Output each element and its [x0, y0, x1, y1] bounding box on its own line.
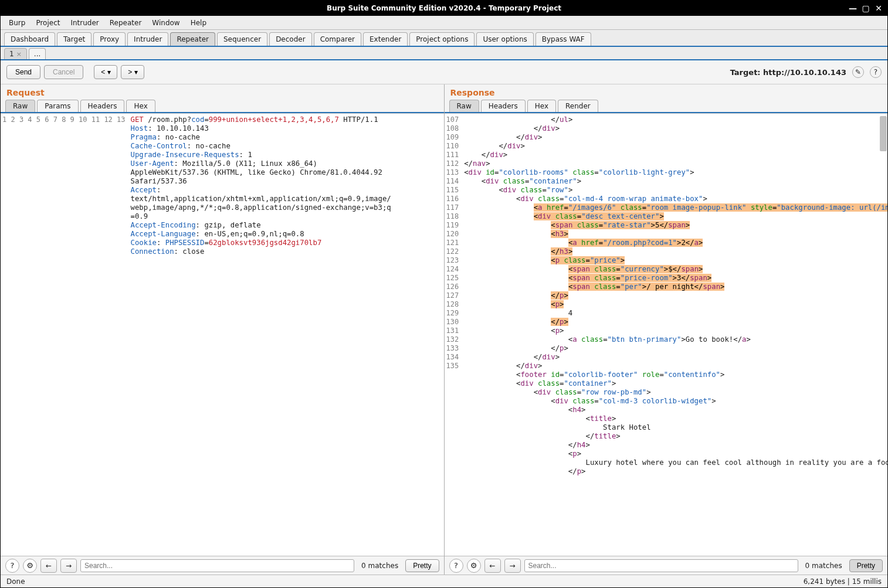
gear-icon[interactable]: ⚙ [23, 559, 37, 573]
tab-sequencer[interactable]: Sequencer [217, 32, 267, 46]
response-tab-render[interactable]: Render [558, 100, 598, 112]
help-icon[interactable]: ? [449, 559, 463, 573]
repeater-subtabs: 1 × ... [1, 47, 887, 60]
target-label: Target: http://10.10.10.143 [730, 68, 846, 77]
request-tab-headers[interactable]: Headers [80, 100, 125, 112]
titlebar: Burp Suite Community Edition v2020.4 - T… [1, 1, 887, 16]
tab-decoder[interactable]: Decoder [269, 32, 312, 46]
edit-target-icon[interactable]: ✎ [852, 66, 864, 78]
response-tab-hex[interactable]: Hex [527, 100, 556, 112]
minimize-icon[interactable]: — [848, 3, 858, 13]
response-search-bar: ? ⚙ ← → 0 matches Pretty [445, 556, 888, 575]
request-tab-hex[interactable]: Hex [126, 100, 155, 112]
tab-proxy[interactable]: Proxy [93, 32, 126, 46]
help-icon[interactable]: ? [870, 66, 882, 78]
menu-intruder[interactable]: Intruder [66, 17, 103, 29]
tab-repeater[interactable]: Repeater [170, 32, 215, 46]
response-title: Response [445, 84, 888, 100]
request-match-count: 0 matches [358, 562, 402, 570]
menu-repeater[interactable]: Repeater [105, 17, 147, 29]
cancel-button: Cancel [44, 65, 83, 79]
request-tab-params[interactable]: Params [37, 100, 78, 112]
request-pretty-button[interactable]: Pretty [405, 559, 439, 572]
request-search-input[interactable] [80, 559, 354, 572]
gear-icon[interactable]: ⚙ [467, 559, 481, 573]
history-forward-button[interactable]: > ▾ [121, 65, 144, 79]
tab-bypass-waf[interactable]: Bypass WAF [535, 32, 591, 46]
window-title: Burp Suite Community Edition v2020.4 - T… [327, 4, 561, 12]
response-tabs: Raw Headers Hex Render [445, 100, 888, 113]
next-match-button[interactable]: → [60, 559, 77, 573]
scrollbar-thumb[interactable] [880, 116, 887, 151]
tab-dashboard[interactable]: Dashboard [4, 32, 55, 46]
menu-burp[interactable]: Burp [4, 17, 30, 29]
request-tabs: Raw Params Headers Hex [1, 100, 444, 113]
history-back-button[interactable]: < ▾ [94, 65, 117, 79]
next-match-button[interactable]: → [504, 559, 521, 573]
response-pretty-button[interactable]: Pretty [849, 559, 883, 572]
tab-project-options[interactable]: Project options [409, 32, 474, 46]
menu-project[interactable]: Project [31, 17, 65, 29]
response-match-count: 0 matches [802, 562, 846, 570]
prev-match-button[interactable]: ← [484, 559, 501, 573]
tab-target[interactable]: Target [57, 32, 91, 46]
tab-user-options[interactable]: User options [476, 32, 533, 46]
menu-window[interactable]: Window [147, 17, 184, 29]
close-tab-icon[interactable]: × [16, 50, 22, 58]
request-search-bar: ? ⚙ ← → 0 matches Pretty [1, 556, 444, 575]
send-button[interactable]: Send [6, 65, 40, 79]
response-editor[interactable]: 107 108 109 110 111 112 113 114 115 116 … [445, 113, 888, 556]
menu-help[interactable]: Help [186, 17, 211, 29]
request-panel: Request Raw Params Headers Hex 1 2 3 4 5… [1, 84, 445, 575]
response-panel: Response Raw Headers Hex Render 107 108 … [445, 84, 888, 575]
tab-intruder[interactable]: Intruder [127, 32, 168, 46]
action-bar: Send Cancel < ▾ > ▾ Target: http://10.10… [1, 60, 887, 84]
main-tabs: Dashboard Target Proxy Intruder Repeater… [1, 30, 887, 47]
help-icon[interactable]: ? [5, 559, 19, 573]
repeater-tab-1-label: 1 [9, 50, 14, 58]
status-left: Done [6, 577, 25, 586]
menubar: Burp Project Intruder Repeater Window He… [1, 16, 887, 30]
status-bar: Done 6,241 bytes | 15 millis [1, 575, 887, 587]
request-editor[interactable]: 1 2 3 4 5 6 7 8 9 10 11 12 13 GET /room.… [1, 113, 444, 556]
repeater-tab-add[interactable]: ... [29, 48, 46, 59]
response-tab-raw[interactable]: Raw [449, 100, 479, 112]
request-tab-raw[interactable]: Raw [5, 100, 35, 112]
response-tab-headers[interactable]: Headers [481, 100, 526, 112]
maximize-icon[interactable]: ▢ [860, 3, 871, 13]
prev-match-button[interactable]: ← [40, 559, 57, 573]
tab-extender[interactable]: Extender [363, 32, 408, 46]
close-icon[interactable]: ✕ [873, 3, 884, 13]
response-search-input[interactable] [524, 559, 798, 572]
request-title: Request [1, 84, 444, 100]
status-right: 6,241 bytes | 15 millis [804, 577, 882, 586]
tab-comparer[interactable]: Comparer [314, 32, 361, 46]
repeater-tab-1[interactable]: 1 × [4, 48, 27, 59]
